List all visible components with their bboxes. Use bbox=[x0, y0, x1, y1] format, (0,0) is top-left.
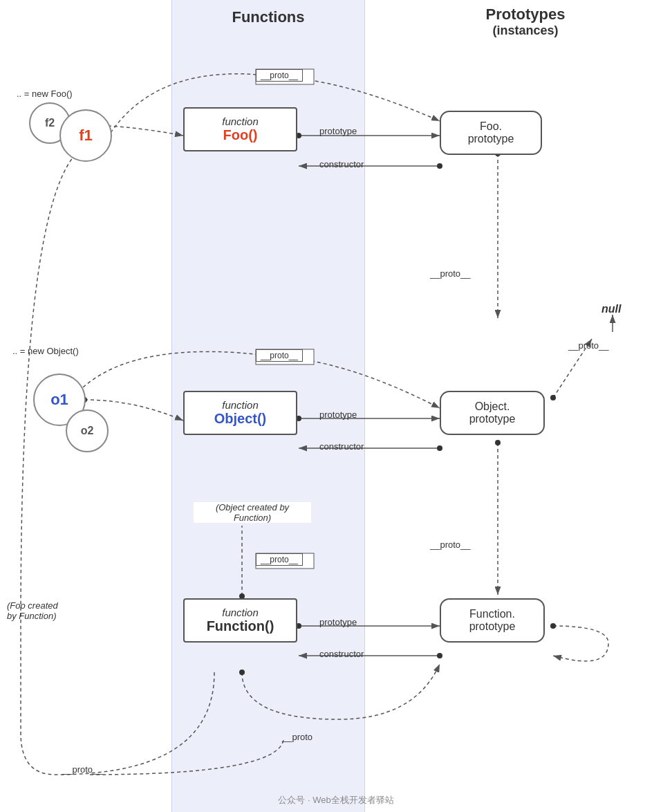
foo-proto-down-label: __proto__ bbox=[430, 268, 471, 279]
foo-created-by-function-label: (Foo createdby Function) bbox=[7, 600, 90, 621]
watermark: 公众号 · Web全栈开发者驿站 bbox=[278, 794, 393, 806]
object-constructor-arrow-label: constructor bbox=[319, 441, 364, 452]
svg-point-5 bbox=[437, 163, 442, 169]
object-function-box: function Object() bbox=[183, 391, 297, 435]
foo-constructor-arrow-label: constructor bbox=[319, 159, 364, 169]
bottom-proto-label-left: __proto__ bbox=[62, 764, 103, 775]
proto-label-bottom: __proto__ bbox=[256, 553, 303, 566]
new-foo-label: .. = new Foo() bbox=[17, 89, 73, 99]
proto-label-top: __proto__ bbox=[256, 69, 303, 82]
foo-function-box: function Foo() bbox=[183, 107, 297, 151]
prototypes-column-header: Prototypes (instances) bbox=[401, 6, 650, 38]
foo-func-label: function bbox=[197, 116, 283, 127]
prototypes-sublabel: (instances) bbox=[401, 24, 650, 38]
functions-column-header: Functions bbox=[171, 8, 365, 26]
object-proto-down-label: __proto__ bbox=[430, 539, 471, 550]
diagram-container: Functions Prototypes (instances) functio… bbox=[0, 0, 672, 812]
function-function-box: function Function() bbox=[183, 598, 297, 643]
foo-prototype-box: Foo.prototype bbox=[440, 111, 542, 155]
function-proto-name: Function.prototype bbox=[454, 608, 531, 633]
svg-point-20 bbox=[437, 653, 442, 658]
prototypes-label: Prototypes bbox=[401, 6, 650, 24]
null-label: null bbox=[601, 303, 621, 315]
object-prototype-arrow-label: prototype bbox=[319, 409, 357, 420]
foo-proto-name: Foo.prototype bbox=[454, 120, 528, 145]
svg-point-16 bbox=[495, 440, 501, 445]
object-func-label: function bbox=[197, 399, 283, 411]
new-object-label: .. = new Object() bbox=[12, 346, 79, 356]
function-prototype-arrow-label: prototype bbox=[319, 617, 357, 627]
object-created-by-function-label: (Object created byFunction) bbox=[194, 502, 311, 523]
functions-label: Functions bbox=[232, 8, 304, 26]
function-constructor-arrow-label: constructor bbox=[319, 649, 364, 659]
f1-circle: f1 bbox=[59, 109, 112, 162]
null-proto-label: __proto__ bbox=[568, 340, 609, 351]
o2-circle: o2 bbox=[66, 409, 109, 452]
proto-label-mid: __proto__ bbox=[256, 349, 303, 362]
foo-prototype-arrow-label: prototype bbox=[319, 126, 357, 136]
bottom-proto-label-right: __proto bbox=[282, 732, 312, 742]
svg-point-14 bbox=[550, 395, 556, 400]
svg-point-22 bbox=[550, 623, 556, 629]
function-func-label: function bbox=[197, 607, 283, 618]
object-prototype-box: Object.prototype bbox=[440, 391, 545, 435]
function-func-name: Function() bbox=[197, 618, 283, 634]
foo-func-name: Foo() bbox=[197, 127, 283, 143]
svg-point-11 bbox=[437, 445, 442, 451]
object-func-name: Object() bbox=[197, 411, 283, 427]
function-prototype-box: Function.prototype bbox=[440, 598, 545, 643]
object-proto-name: Object.prototype bbox=[454, 400, 531, 425]
